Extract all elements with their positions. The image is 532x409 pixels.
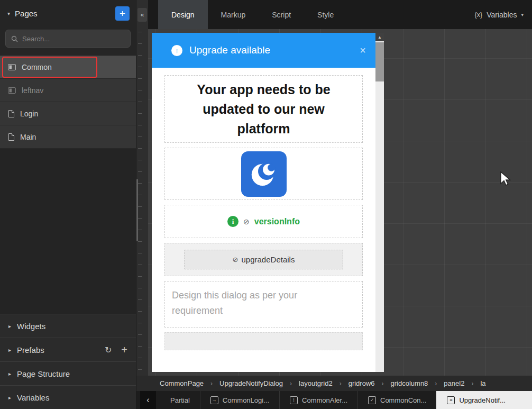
chevron-right-icon: › (471, 380, 473, 387)
dialog-close-button[interactable]: × (360, 45, 366, 56)
tabbar-collapse-button[interactable]: ‹ (140, 391, 156, 409)
breadcrumb-item[interactable]: la (480, 379, 485, 387)
sidebar-section-widgets[interactable]: ▸ Widgets (0, 314, 136, 338)
add-page-button[interactable]: + (115, 6, 130, 21)
page-item-label: Common (22, 63, 52, 71)
dialog-header[interactable]: ↑ Upgrade available × (152, 33, 375, 68)
editor-mode-tabs: Design Markup Script Style (158, 0, 347, 29)
upgrade-circle-icon: ↑ (171, 45, 182, 56)
tab-common-confirm[interactable]: ✓ CommonCon... (357, 391, 436, 409)
dialog-window-icon: ≡ (447, 396, 455, 404)
tab-label: CommonCon... (380, 396, 426, 404)
chevron-left-icon: ‹ (146, 395, 149, 405)
dialog-heading-text: Your app needs to be updated to our new … (190, 80, 338, 139)
version-info-label: versionInfo (254, 217, 300, 226)
plus-icon[interactable]: + (121, 344, 127, 356)
breadcrumb-item[interactable]: UpgradeNotifyDialog (219, 379, 283, 387)
open-files-tabbar: ‹ Partial → CommonLogi... ! CommonAler..… (136, 391, 532, 409)
page-item-main[interactable]: Main (0, 125, 136, 149)
tab-common-alert[interactable]: ! CommonAler... (279, 391, 357, 409)
canvas-scrollbar[interactable]: ▲ (375, 33, 384, 372)
sidebar-empty-area (0, 149, 136, 314)
dialog-title: Upgrade available (189, 44, 353, 56)
sidebar-section-prefabs[interactable]: ▸ Prefabs ↻ + (0, 338, 136, 361)
pages-list: Common leftnav Login Main (0, 55, 136, 149)
page-item-leftnav[interactable]: leftnav (0, 79, 136, 102)
chevron-right-icon: › (340, 380, 342, 387)
refresh-icon[interactable]: ↻ (105, 345, 112, 355)
sidebar-scrollbar-thumb[interactable] (136, 179, 138, 241)
upgrade-details-button[interactable]: ⊘ upgradeDetails (185, 250, 343, 269)
scroll-up-button[interactable]: ▲ (375, 33, 384, 41)
partial-icon (8, 64, 16, 70)
breadcrumb-item[interactable]: layoutgrid2 (299, 379, 333, 387)
page-item-common[interactable]: Common (0, 56, 136, 79)
upgrade-notify-dialog[interactable]: ↑ Upgrade available × Your app needs to … (152, 33, 375, 372)
canvas-ruler-strip: « (136, 0, 148, 376)
widget-breadcrumb: CommonPage › UpgradeNotifyDialog › layou… (136, 376, 532, 391)
placeholder-text: Design this dialog as per your requireme… (172, 288, 331, 319)
search-wrap (0, 26, 136, 55)
breadcrumb-item[interactable]: gridcolumn8 (391, 379, 428, 387)
tab-markup[interactable]: Markup (208, 0, 259, 29)
caret-right-icon: ▸ (8, 323, 11, 329)
variables-dropdown[interactable]: {x} Variables ▾ (475, 0, 532, 29)
chevron-right-icon: › (290, 380, 292, 387)
page-item-label: Main (20, 133, 36, 141)
ruler-ticks (138, 32, 142, 373)
sidebar-section-variables[interactable]: ▸ Variables (0, 385, 136, 409)
caret-right-icon: ▸ (8, 347, 11, 353)
caret-right-icon: ▸ (8, 371, 11, 377)
pages-sidebar: ▾ Pages + Common leftnav (0, 0, 136, 409)
breadcrumb-item[interactable]: CommonPage (160, 379, 204, 387)
close-icon: × (360, 44, 366, 56)
search-input[interactable] (22, 35, 125, 43)
scrollbar-thumb[interactable] (375, 42, 384, 81)
alert-dialog-icon: ! (290, 396, 298, 404)
placeholder-content-widget[interactable]: Design this dialog as per your requireme… (164, 281, 363, 328)
tab-partial[interactable]: Partial (160, 391, 200, 409)
page-icon (8, 133, 14, 141)
bind-icon: ⊘ (243, 217, 250, 226)
tab-upgrade-notify[interactable]: ≡ UpgradeNotif... (436, 391, 532, 409)
search-icon (11, 35, 18, 42)
tab-label: CommonLogi... (223, 396, 269, 404)
tab-script[interactable]: Script (259, 0, 304, 29)
partial-icon (8, 87, 16, 94)
upgrade-details-label: upgradeDetails (242, 255, 295, 264)
picture-widget[interactable] (164, 148, 363, 200)
pages-search-box[interactable] (5, 30, 131, 48)
wavemaker-wave-icon (247, 158, 280, 190)
caret-right-icon: ▸ (8, 395, 11, 401)
tab-common-login[interactable]: → CommonLogi... (200, 391, 279, 409)
breadcrumb-item[interactable]: panel2 (444, 379, 464, 387)
pages-header: ▾ Pages + (0, 0, 136, 26)
dialog-body: Your app needs to be updated to our new … (152, 68, 375, 372)
page-item-label: leftnav (22, 86, 43, 95)
login-dialog-icon: → (210, 396, 218, 404)
confirm-dialog-icon: ✓ (368, 396, 376, 404)
section-label: Prefabs (17, 346, 44, 355)
section-label: Page Structure (17, 369, 70, 378)
dialog-footer-widget[interactable] (164, 332, 363, 350)
mouse-cursor-icon (500, 171, 512, 189)
breadcrumb-item[interactable]: gridrow6 (348, 379, 375, 387)
info-circle-icon: i (227, 216, 239, 227)
sidebar-collapse-button[interactable]: « (137, 8, 147, 22)
tab-label: Partial (170, 396, 190, 404)
tab-design[interactable]: Design (158, 0, 208, 29)
version-info-widget[interactable]: i ⊘ versionInfo (164, 205, 363, 238)
tab-style[interactable]: Style (304, 0, 347, 29)
variables-dropdown-label: Variables (487, 11, 517, 19)
pages-title: Pages (15, 9, 111, 18)
page-item-label: Login (20, 110, 38, 118)
editor-topbar: Design Markup Script Style {x} Variables… (148, 0, 532, 29)
heading-widget[interactable]: Your app needs to be updated to our new … (164, 75, 363, 143)
page-item-login[interactable]: Login (0, 102, 136, 125)
plus-icon: + (120, 8, 125, 19)
chevron-down-icon: ▾ (521, 12, 524, 17)
caret-down-icon[interactable]: ▾ (7, 11, 10, 16)
sidebar-section-page-structure[interactable]: ▸ Page Structure (0, 361, 136, 385)
chevron-right-icon: › (382, 380, 384, 387)
button-container-widget[interactable]: ⊘ upgradeDetails (164, 243, 363, 276)
